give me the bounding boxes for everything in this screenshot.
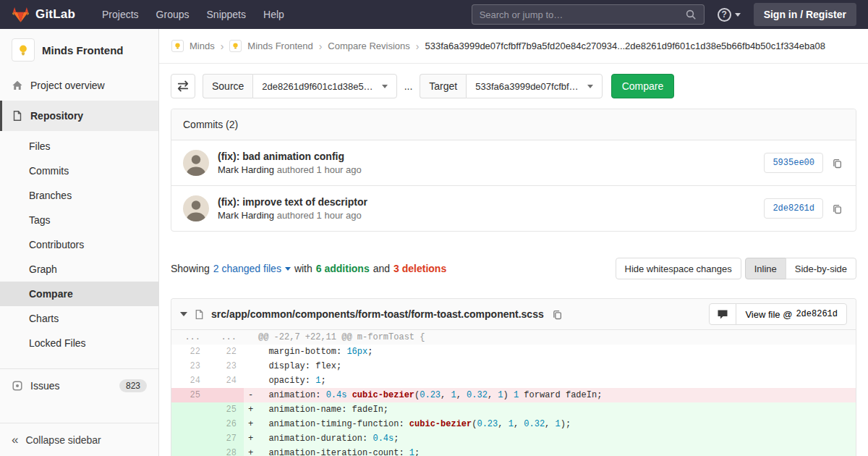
sidebar-item-tags[interactable]: Tags — [0, 208, 158, 232]
commit-authored-text: authored 1 hour ago — [277, 164, 362, 175]
old-line-number[interactable] — [171, 417, 208, 431]
nav-menu: ProjectsGroupsSnippetsHelp — [94, 4, 292, 25]
sidebar-item-commits[interactable]: Commits — [0, 159, 158, 183]
new-line-number[interactable]: 27 — [208, 431, 244, 446]
sidebar-item-files[interactable]: Files — [0, 134, 158, 159]
gitlab-home-link[interactable]: GitLab — [12, 6, 75, 23]
nav-menu-item-groups[interactable]: Groups — [148, 4, 197, 25]
project-home-link[interactable]: Minds Frontend — [0, 29, 158, 70]
commit-title-link[interactable]: (fix): improve text of descriptor — [218, 196, 367, 208]
diff-code-line: + animation-timing-function: cubic-bezie… — [244, 417, 856, 431]
breadcrumb-current-range: 533fa6a3999de07fcfbff7b9a5fd20e84c270934… — [425, 41, 825, 51]
sidebar-item-compare[interactable]: Compare — [0, 282, 158, 306]
code-token: 16px — [346, 347, 367, 357]
commit-author-link[interactable]: Mark Harding — [218, 210, 274, 221]
hide-whitespace-button[interactable]: Hide whitespace changes — [616, 258, 741, 279]
copy-sha-button[interactable] — [830, 156, 844, 170]
new-line-number[interactable] — [208, 388, 244, 402]
diff-code-line: @@ -22,7 +22,11 @@ m-formToast { — [244, 330, 856, 345]
compare-button[interactable]: Compare — [611, 74, 675, 98]
issues-icon — [12, 380, 23, 392]
code-token: ; — [320, 376, 326, 386]
new-line-number[interactable]: 25 — [208, 402, 244, 417]
search-icon[interactable] — [685, 9, 697, 20]
old-line-number[interactable]: 22 — [171, 345, 208, 359]
minds-frontend-avatar — [229, 40, 242, 52]
breadcrumb-separator: › — [416, 41, 420, 52]
nav-menu-item-help[interactable]: Help — [255, 4, 292, 25]
sidebar-item-charts[interactable]: Charts — [0, 306, 158, 331]
sidebar-item-locked-files[interactable]: Locked Files — [0, 331, 158, 355]
copy-file-path-button[interactable] — [550, 308, 564, 321]
breadcrumb-section-link[interactable]: Compare Revisions — [328, 41, 409, 51]
nav-menu-item-projects[interactable]: Projects — [94, 4, 147, 25]
new-line-number[interactable]: 28 — [208, 446, 244, 456]
code-token: forward fadeIn; — [519, 390, 602, 400]
search-box[interactable] — [472, 4, 705, 25]
code-token: 0.32 — [467, 390, 488, 400]
sidebar-item-issues[interactable]: Issues 823 — [0, 368, 158, 402]
commit-title-link[interactable]: (fix): bad animation config — [218, 151, 362, 162]
collapse-label: Collapse sidebar — [25, 434, 101, 446]
code-token: 0.4s — [326, 390, 347, 400]
search-input[interactable] — [480, 9, 685, 20]
old-line-number[interactable]: 24 — [171, 373, 208, 388]
help-menu[interactable]: ? — [718, 8, 741, 22]
side-by-side-view-button[interactable]: Side-by-side — [786, 258, 856, 279]
sidebar-item-graph[interactable]: Graph — [0, 257, 158, 282]
copy-sha-button[interactable] — [830, 202, 844, 216]
old-line-number[interactable] — [171, 402, 208, 417]
user-avatar[interactable] — [183, 150, 209, 176]
code-token: , — [514, 419, 524, 429]
sidebar-item-project-overview[interactable]: Project overview — [0, 70, 158, 101]
source-field-group: Source 2de8261d9f601c1d38e5… — [203, 74, 397, 98]
view-file-sha: 2de8261d — [796, 309, 838, 319]
old-line-number[interactable] — [171, 431, 208, 446]
view-file-button[interactable]: View file @ 2de8261d — [736, 303, 847, 325]
diff-file-actions: View file @ 2de8261d — [709, 303, 847, 325]
nav-menu-item-snippets[interactable]: Snippets — [199, 4, 254, 25]
new-line-number[interactable]: 22 — [208, 345, 244, 359]
new-line-number: ... — [208, 330, 244, 345]
source-revision-dropdown[interactable]: 2de8261d9f601c1d38e5… — [252, 74, 396, 98]
new-line-number[interactable]: 26 — [208, 417, 244, 431]
diff-file-path[interactable]: src/app/common/components/form-toast/for… — [211, 308, 544, 320]
changed-files-dropdown[interactable]: 2 changed files — [213, 263, 291, 274]
inline-view-button[interactable]: Inline — [745, 258, 786, 279]
diff-line-sign: - — [248, 390, 258, 400]
commit-author-link[interactable]: Mark Harding — [218, 164, 274, 175]
old-line-number[interactable] — [171, 446, 208, 456]
commit-sha-button[interactable]: 2de8261d — [764, 198, 823, 219]
diff-code-line: + animation-name: fadeIn; — [244, 402, 856, 417]
collapse-diff-caret-icon[interactable] — [180, 312, 187, 316]
target-revision-dropdown[interactable]: 533fa6a3999de07fcfbf… — [466, 74, 602, 98]
code-token: margin-bottom: — [258, 347, 346, 357]
new-line-number[interactable]: 23 — [208, 359, 244, 373]
diff-code-line: + animation-iteration-count: 1; — [244, 446, 856, 456]
compare-revisions-form: Source 2de8261d9f601c1d38e5… ... Target … — [171, 74, 856, 98]
commit-sha-button[interactable]: 5935ee00 — [764, 153, 823, 173]
toggle-comments-button[interactable] — [709, 303, 736, 325]
old-line-number[interactable]: 23 — [171, 359, 208, 373]
commit-actions: 5935ee00 — [764, 153, 844, 173]
diff-table-body: ......@@ -22,7 +22,11 @@ m-formToast {22… — [171, 330, 856, 456]
old-line-number[interactable]: 25 — [171, 388, 208, 402]
commit-meta: Mark Harding authored 1 hour ago — [218, 210, 367, 221]
diff-line-add: 28+ animation-iteration-count: 1; — [171, 446, 856, 456]
code-token: 0.23 — [477, 419, 498, 429]
diff-view-controls: Hide whitespace changes Inline Side-by-s… — [616, 258, 857, 279]
collapse-sidebar-button[interactable]: « Collapse sidebar — [0, 423, 158, 456]
code-token: 1 — [509, 419, 514, 429]
sidebar-item-branches[interactable]: Branches — [0, 183, 158, 208]
breadcrumb-project-link[interactable]: Minds Frontend — [247, 41, 312, 51]
breadcrumb: Minds › Minds Frontend › Compare Revisio… — [159, 29, 868, 64]
sidebar-item-repository[interactable]: Repository — [0, 101, 158, 131]
diff-code-line: + animation-duration: 0.4s; — [244, 431, 856, 446]
swap-revisions-button[interactable] — [171, 74, 195, 98]
new-line-number[interactable]: 24 — [208, 373, 244, 388]
user-avatar[interactable] — [183, 195, 209, 221]
sidebar-item-contributors[interactable]: Contributors — [0, 232, 158, 257]
sign-in-register-button[interactable]: Sign in / Register — [754, 3, 856, 26]
breadcrumb-group-link[interactable]: Minds — [190, 41, 215, 51]
repo-sub-list: FilesCommitsBranchesTagsContributorsGrap… — [0, 131, 158, 360]
